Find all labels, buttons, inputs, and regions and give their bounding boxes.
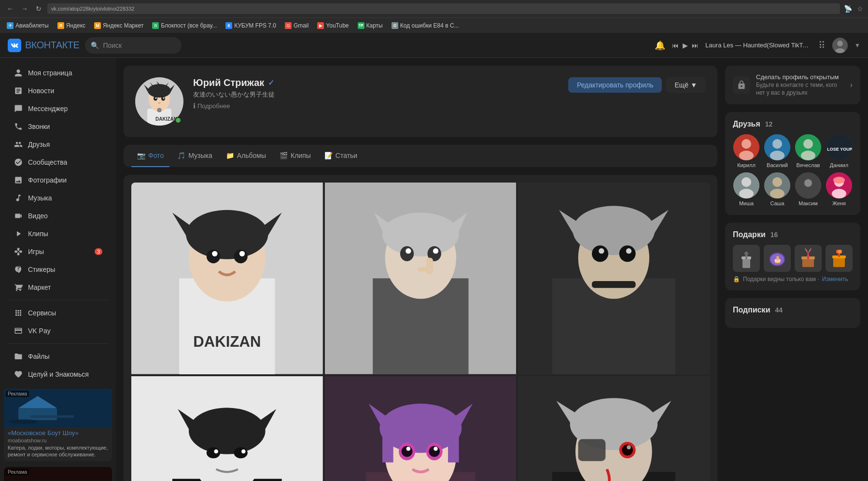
vk-header: ВКОНТАКТЕ 🔍 Поиск 🔔 ⏮ ▶ ⏭ Laura Les — Ha… (0, 33, 868, 58)
address-bar[interactable]: vk.com/atop228krytoivlotnoi228332 (47, 3, 840, 14)
header-chevron-icon[interactable]: ▼ (854, 42, 860, 49)
svg-point-109 (742, 177, 751, 187)
sidebar-item-games[interactable]: Игры 3 (4, 243, 112, 260)
subscriptions-section: Подписки 44 (725, 298, 860, 328)
sidebar-ad-2[interactable]: Реклама STOUT (4, 467, 112, 481)
photo-cell-5[interactable] (325, 376, 517, 481)
bookmark-kubum[interactable]: К КУБУМ FPS 7.0 (223, 21, 279, 30)
karty-icon: 🗺 (358, 22, 364, 29)
user-avatar[interactable] (832, 38, 848, 53)
sidebar-ad-1[interactable]: Реклама «Московское Боут Шоу» moaboatsho… (4, 389, 112, 461)
sidebar-item-vkpay[interactable]: VK Pay (4, 322, 112, 340)
bookmark-youtube[interactable]: ▶ YouTube (314, 21, 351, 30)
friend-name-sasha: Саша (770, 200, 784, 207)
sidebar-item-files[interactable]: Файлы (4, 348, 112, 365)
friend-item-vasiliy[interactable]: Василий (764, 134, 791, 169)
bookmark-blokpost[interactable]: B Блокпост (все брау... (149, 21, 220, 30)
gifts-change-link[interactable]: Изменить (822, 276, 848, 283)
bookmark-yandex[interactable]: Я Яндекс (55, 21, 88, 30)
tab-articles[interactable]: 📝 Статьи (319, 145, 363, 167)
vk-logo[interactable]: ВКОНТАКТЕ (8, 39, 79, 52)
blokpost-icon: B (152, 22, 159, 29)
photo-cell-2[interactable] (325, 183, 517, 374)
bookmark-oshibka[interactable]: ⚙ Код ошибки Е84 в С... (389, 21, 462, 30)
friend-item-vyacheslav[interactable]: Вячеслав (795, 134, 822, 169)
gift-item-1[interactable] (733, 245, 760, 272)
tab-photo[interactable]: 📷 Фото (131, 145, 169, 167)
edit-profile-button[interactable]: Редактировать профиль (568, 77, 662, 93)
photo-cell-1[interactable]: DAKIZAN (131, 183, 323, 374)
photo-cell-6[interactable] (518, 376, 710, 481)
forward-button[interactable]: → (19, 4, 30, 14)
refresh-button[interactable]: ↻ (34, 4, 43, 14)
friend-item-misha[interactable]: Миша (733, 172, 760, 207)
tab-albums[interactable]: 📁 Альбомы (220, 145, 272, 167)
tab-photo-label: Фото (148, 152, 164, 159)
sidebar-item-news[interactable]: Новости (4, 82, 112, 99)
photo-cell-3[interactable] (518, 183, 710, 374)
photo-grid-section: DAKIZAN (124, 175, 717, 481)
profile-info: Юрий Стрижак ✓ 友達のいない愚かな男子生徒 ℹ Подробнее (193, 77, 559, 110)
sidebar-item-photos[interactable]: Фотографии (4, 171, 112, 189)
friend-name-vyacheslav: Вячеслав (797, 162, 820, 169)
gift-item-3[interactable] (795, 245, 822, 272)
yandex-icon: Я (57, 22, 64, 29)
music-tab-icon: 🎵 (177, 152, 185, 159)
svg-point-56 (599, 248, 604, 254)
friend-item-daniil[interactable]: NEVER LOSE YOUR SMILE Даниил (826, 134, 853, 169)
tab-clips[interactable]: 🎬 Клипы (274, 145, 317, 167)
notification-bell-icon[interactable]: 🔔 (655, 40, 665, 51)
clips-tab-icon: 🎬 (280, 152, 288, 159)
gift-item-2[interactable]: 🎂 (764, 245, 791, 272)
more-button[interactable]: Ещё ▼ (666, 77, 706, 93)
profile-more-link[interactable]: ℹ Подробнее (193, 102, 559, 110)
back-button[interactable]: ← (5, 4, 15, 14)
bookmark-aviabilety[interactable]: ✈ Авиабилеты (4, 21, 52, 30)
tab-music[interactable]: 🎵 Музыка (171, 145, 218, 167)
friend-item-sasha[interactable]: Саша (764, 172, 791, 207)
svg-text:DAKIZAN: DAKIZAN (193, 333, 261, 350)
sidebar-item-stickers[interactable]: Стикеры (4, 261, 112, 278)
svg-point-113 (770, 189, 784, 198)
open-profile-banner[interactable]: Сделать профиль открытым Будьте в контак… (725, 66, 860, 104)
kubum-icon: К (225, 22, 232, 29)
sidebar-item-video[interactable]: Видео (4, 207, 112, 225)
games-icon (14, 247, 23, 256)
my-page-icon (14, 68, 23, 78)
apps-grid-icon[interactable]: ⠿ (818, 40, 826, 51)
sidebar-item-celuy[interactable]: Целуй и Знакомься (4, 366, 112, 383)
subscriptions-title-text: Подписки (733, 306, 770, 314)
bookmark-karty[interactable]: 🗺 Карты (355, 21, 386, 30)
player-play-icon[interactable]: ▶ (683, 42, 688, 49)
gifts-private-label: Подарки видны только вам · (743, 276, 819, 283)
sidebar-item-services[interactable]: Сервисы (4, 304, 112, 322)
sidebar-item-communities[interactable]: Сообщества (4, 154, 112, 171)
vk-logo-icon (8, 39, 21, 52)
player-next-icon[interactable]: ⏭ (692, 42, 699, 49)
music-label: Музыка (28, 194, 52, 202)
profile-name-row: Юрий Стрижак ✓ (193, 77, 559, 88)
player-prev-icon[interactable]: ⏮ (672, 42, 679, 49)
friends-icon (14, 140, 23, 149)
sidebar-item-music[interactable]: Музыка (4, 189, 112, 207)
friend-item-kirill[interactable]: Кирилл (733, 134, 760, 169)
sidebar-item-market[interactable]: Маркет (4, 279, 112, 296)
bookmark-yandex-market[interactable]: М Яндекс Маркет (91, 21, 146, 30)
gift-item-4[interactable] (826, 245, 853, 272)
friends-grid: Кирилл Василий Вячеслав (733, 134, 853, 207)
player-controls: ⏮ ▶ ⏭ (672, 42, 699, 49)
bookmark-star-icon[interactable]: ☆ (857, 5, 863, 13)
sidebar-item-calls[interactable]: Звонки (4, 118, 112, 135)
sidebar-item-clips[interactable]: Клипы (4, 225, 112, 242)
search-bar[interactable]: 🔍 Поиск (85, 37, 182, 54)
sidebar-item-messenger[interactable]: Мессенджер (4, 100, 112, 117)
svg-point-102 (770, 151, 784, 160)
friend-avatar-daniil: NEVER LOSE YOUR SMILE (826, 134, 852, 160)
sidebar-item-my-page[interactable]: Моя страница (4, 64, 112, 82)
svg-point-57 (626, 248, 631, 254)
friend-item-maksim[interactable]: Максим (795, 172, 822, 207)
bookmark-gmail[interactable]: G Gmail (282, 21, 311, 30)
photo-cell-4[interactable] (131, 376, 323, 481)
sidebar-item-friends[interactable]: Друзья (4, 136, 112, 153)
friend-item-zhenya[interactable]: Женя (826, 172, 853, 207)
